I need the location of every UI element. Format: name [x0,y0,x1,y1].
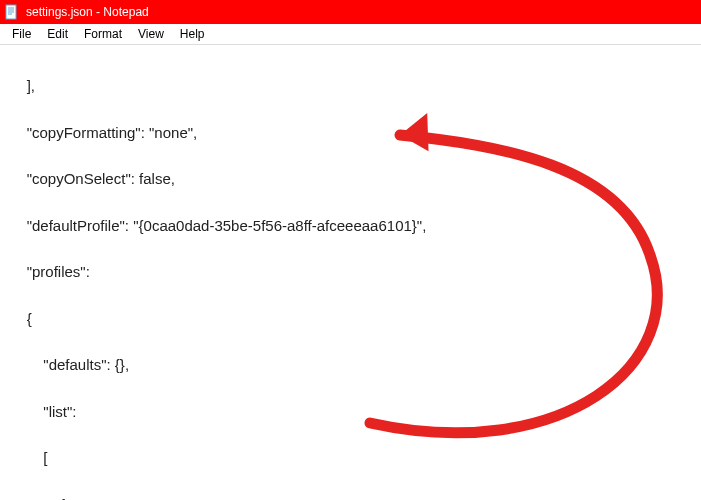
code-line: "copyOnSelect": false, [10,167,693,190]
menu-edit[interactable]: Edit [39,25,76,43]
menu-view[interactable]: View [130,25,172,43]
titlebar: settings.json - Notepad [0,0,701,24]
code-line: "list": [10,400,693,423]
code-line: "copyFormatting": "none", [10,121,693,144]
code-line: { [10,307,693,330]
menubar: File Edit Format View Help [0,24,701,45]
code-line: "profiles": [10,260,693,283]
window-title: settings.json - Notepad [26,5,149,19]
code-line: ], [10,74,693,97]
text-editor[interactable]: ], "copyFormatting": "none", "copyOnSele… [0,45,701,500]
notepad-app-icon [4,4,20,20]
code-line: { [10,493,693,500]
menu-file[interactable]: File [4,25,39,43]
code-line: [ [10,446,693,469]
code-line: "defaults": {}, [10,353,693,376]
menu-format[interactable]: Format [76,25,130,43]
menu-help[interactable]: Help [172,25,213,43]
code-line: "defaultProfile": "{0caa0dad-35be-5f56-a… [10,214,693,237]
